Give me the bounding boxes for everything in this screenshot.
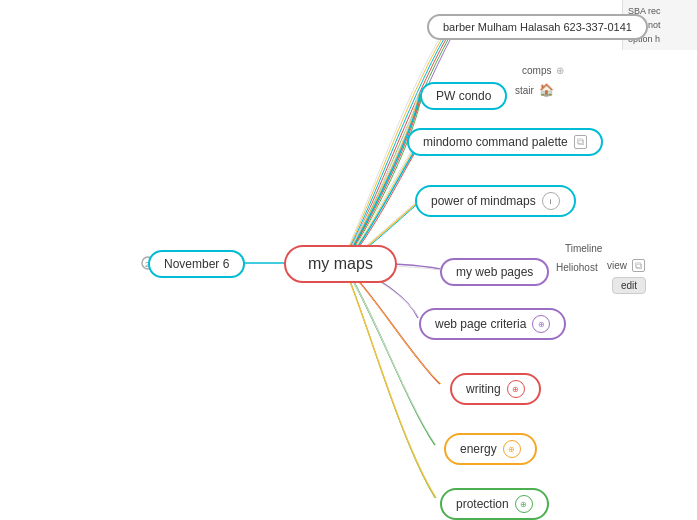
criteria-badge: ⊕ — [532, 315, 550, 333]
heliohost-label: Heliohost — [556, 262, 598, 273]
edit-button[interactable]: edit — [612, 277, 646, 294]
power-badge: i — [542, 192, 560, 210]
stair-label: stair 🏠 — [515, 83, 554, 97]
main-node[interactable]: my maps — [284, 245, 397, 283]
barber-node[interactable]: barber Mulham Halasah 623-337-0141 — [427, 14, 648, 40]
homedepot-icon: 🏠 — [539, 83, 554, 97]
timeline-label: Timeline — [565, 243, 602, 254]
view-button[interactable]: view ⧉ — [607, 260, 645, 272]
writing-badge: ⊕ — [507, 380, 525, 398]
webpagecriteria-node[interactable]: web page criteria ⊕ — [419, 308, 566, 340]
comps-icon: ⊕ — [556, 65, 564, 76]
power-node[interactable]: power of mindmaps i — [415, 185, 576, 217]
protection-badge: ⊕ — [515, 495, 533, 513]
comps-label: comps ⊕ — [522, 65, 564, 76]
november6-node[interactable]: November 6 — [148, 250, 245, 278]
mindomo-node[interactable]: mindomo command palette ⧉ — [407, 128, 603, 156]
pwcondo-node[interactable]: PW condo — [420, 82, 507, 110]
protection-node[interactable]: protection ⊕ — [440, 488, 549, 520]
energy-badge: ⊕ — [503, 440, 521, 458]
view-external-icon: ⧉ — [632, 259, 645, 272]
mywebpages-node[interactable]: my web pages — [440, 258, 549, 286]
external-link-icon: ⧉ — [574, 135, 587, 149]
writing-node[interactable]: writing ⊕ — [450, 373, 541, 405]
energy-node[interactable]: energy ⊕ — [444, 433, 537, 465]
